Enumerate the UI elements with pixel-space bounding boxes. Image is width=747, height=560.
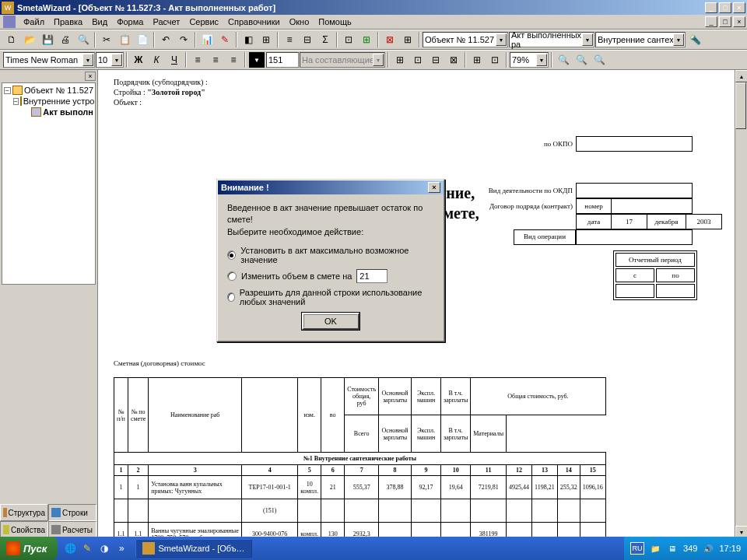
font-combo[interactable]: Times New Roman▼ (3, 52, 95, 68)
main-table[interactable]: № п/п № по смете Наименование раб изм. в… (114, 377, 606, 538)
search-icon[interactable]: 🔦 (686, 31, 703, 48)
tool2-icon[interactable]: ⊞ (258, 31, 275, 48)
menu-refs[interactable]: Справочники (223, 16, 285, 28)
redo-icon[interactable]: ↷ (175, 31, 192, 48)
radio-option-2[interactable]: Изменить объем в смете на (227, 269, 434, 283)
ql-media-icon[interactable]: ◑ (96, 540, 112, 557)
align-center-icon[interactable]: ≡ (207, 51, 224, 68)
menu-window[interactable]: Окно (285, 16, 314, 28)
radio-icon[interactable] (227, 250, 236, 260)
tab-rows[interactable]: Строки (48, 504, 96, 521)
dialog-close-icon[interactable]: × (428, 182, 440, 193)
calc-icon[interactable]: 📊 (198, 31, 216, 48)
scroll-thumb[interactable] (735, 82, 746, 129)
menu-view[interactable]: Вид (87, 16, 112, 28)
new-icon[interactable]: 🗋 (3, 31, 20, 48)
edit-icon[interactable]: ✎ (216, 31, 233, 48)
section-combo[interactable]: Внутренние сантехни▼ (595, 32, 686, 47)
size-combo[interactable]: 10▼ (96, 52, 124, 68)
mdi-close[interactable]: × (733, 16, 745, 27)
tool6-icon[interactable]: ⊡ (340, 31, 357, 48)
scrollbar-vertical[interactable]: ▲ ▼ (735, 70, 747, 538)
tool4-icon[interactable]: ⊟ (299, 31, 316, 48)
tab-calc[interactable]: Расчеты (48, 521, 96, 538)
grid4-icon[interactable]: ⊠ (445, 51, 462, 68)
preview-icon[interactable]: 🔍 (75, 31, 92, 48)
menu-service[interactable]: Сервис (184, 16, 223, 28)
dropdown-icon[interactable]: ▼ (248, 51, 265, 68)
minimize-button[interactable]: _ (705, 2, 717, 13)
zoom-out-icon[interactable]: 🔍 (573, 51, 590, 68)
grid5-icon[interactable]: ⊞ (468, 51, 486, 68)
zoom-fit-icon[interactable]: 🔍 (591, 51, 608, 68)
mdi-icon[interactable] (3, 16, 16, 28)
table-row[interactable]: 1.11.1Ванны чугунные эмалированные 1700х… (114, 523, 606, 539)
tray-count: 349 (683, 544, 697, 553)
underline-button[interactable]: Ч (166, 51, 183, 68)
scroll-up-icon[interactable]: ▲ (735, 70, 747, 82)
tree-child-1[interactable]: −Внутренние устро (4, 96, 93, 107)
doc-combo[interactable]: Акт выполненных ра▼ (509, 32, 594, 47)
grid2-icon[interactable]: ⊡ (409, 51, 426, 68)
italic-button[interactable]: К (148, 51, 165, 68)
start-button[interactable]: Пуск (0, 537, 58, 560)
radio-option-3[interactable]: Разрешить для данной строки использовани… (227, 288, 434, 306)
tool1-icon[interactable]: ◧ (240, 31, 257, 48)
menu-help[interactable]: Помощь (314, 16, 356, 28)
tree-root[interactable]: −Объект № 11.527 (4, 85, 93, 96)
table-row[interactable]: 11Установка ванн купальных прямых: Чугун… (114, 476, 606, 499)
tool3-icon[interactable]: ≡ (281, 31, 298, 48)
num-field[interactable]: 151 (266, 52, 299, 68)
grid3-icon[interactable]: ⊟ (427, 51, 444, 68)
ql-desktop-icon[interactable]: ✎ (79, 540, 95, 557)
clock[interactable]: 17:19 (719, 544, 741, 553)
open-icon[interactable]: 📂 (21, 31, 38, 48)
radio-icon[interactable] (227, 271, 237, 281)
taskbar-app-button[interactable]: SmetaWizard - [Объ… (135, 539, 252, 558)
align-right-icon[interactable]: ≡ (225, 51, 242, 68)
tool8-icon[interactable]: ⊠ (381, 31, 398, 48)
tool9-icon[interactable]: ⊞ (399, 31, 416, 48)
dialog-titlebar[interactable]: Внимание ! × (218, 180, 444, 194)
object-combo[interactable]: Объект № 11.527▼ (423, 32, 508, 47)
grid6-icon[interactable]: ⊡ (486, 51, 503, 68)
tool7-icon[interactable]: ⊞ (358, 31, 375, 48)
menu-edit[interactable]: Правка (49, 16, 87, 28)
save-icon[interactable]: 💾 (39, 31, 56, 48)
tool5-icon[interactable]: Σ (317, 31, 334, 48)
volume-input[interactable] (356, 269, 388, 283)
menu-file[interactable]: Файл (19, 16, 49, 28)
sidebar-close-icon[interactable]: × (85, 72, 96, 81)
lang-indicator[interactable]: RU (630, 542, 644, 555)
copy-icon[interactable]: 📋 (116, 31, 133, 48)
undo-icon[interactable]: ↶ (157, 31, 174, 48)
table-row[interactable]: (151) (114, 499, 606, 523)
radio-icon[interactable] (227, 292, 235, 302)
zoom-combo[interactable]: 79%▼ (510, 52, 549, 68)
ql-ie-icon[interactable]: 🌐 (62, 540, 78, 557)
maximize-button[interactable]: □ (719, 2, 731, 13)
menu-form[interactable]: Форма (112, 16, 148, 28)
tree-child-2[interactable]: Акт выполн (4, 107, 93, 117)
mdi-minimize[interactable]: _ (705, 16, 717, 27)
align-left-icon[interactable]: ≡ (189, 51, 206, 68)
grid1-icon[interactable]: ⊞ (391, 51, 409, 68)
ql-more[interactable]: » (114, 540, 129, 557)
close-button[interactable]: × (733, 2, 745, 13)
tab-props[interactable]: Свойства (0, 521, 48, 538)
bold-button[interactable]: Ж (130, 51, 147, 68)
mdi-maximize[interactable]: □ (719, 16, 731, 27)
tray-icon-3[interactable]: 🔊 (702, 542, 714, 555)
cut-icon[interactable]: ✂ (98, 31, 115, 48)
radio-option-1[interactable]: Установить в акт максимально возможное з… (227, 246, 434, 264)
ok-button[interactable]: OK (302, 313, 359, 330)
tree-view[interactable]: −Объект № 11.527 −Внутренние устро Акт в… (2, 82, 96, 285)
print-icon[interactable]: 🖨 (57, 31, 74, 48)
paste-icon[interactable]: 📄 (134, 31, 151, 48)
tray-icon-2[interactable]: 🖥 (666, 542, 679, 555)
zoom-in-icon[interactable]: 🔍 (555, 51, 572, 68)
menu-calc[interactable]: Расчет (148, 16, 184, 28)
system-tray[interactable]: RU 📁 🖥 349 🔊 17:19 (624, 537, 747, 560)
tab-structure[interactable]: Структура (0, 504, 48, 521)
tray-icon-1[interactable]: 📁 (649, 542, 661, 555)
